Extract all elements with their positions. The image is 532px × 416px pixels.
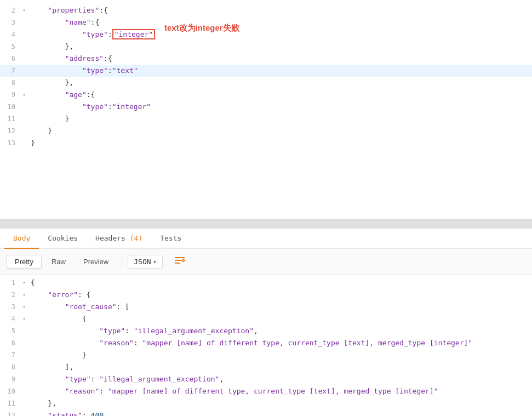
json-dropdown[interactable]: JSON ▾ <box>128 255 162 269</box>
code-line-11: 11 } <box>0 113 532 125</box>
code-content-10: "type":"integer" <box>28 101 532 113</box>
response-line-7: 7 } <box>0 349 532 361</box>
tabs-bar: Body Cookies Headers (4) Tests <box>0 229 532 249</box>
fold-2[interactable]: ▾ <box>20 4 28 16</box>
tab-cookies[interactable]: Cookies <box>39 229 87 249</box>
r-fold-1[interactable]: ▾ <box>20 277 28 289</box>
r-content-3: "root_cause": [ <box>28 301 532 313</box>
line-num-11: 11 <box>0 113 20 125</box>
r-content-9: "type": "illegal_argument_exception", <box>28 373 532 385</box>
code-content-4: "type":"integer" <box>28 29 532 41</box>
r-content-8: ], <box>28 361 532 373</box>
code-content-8: }, <box>28 77 532 89</box>
response-line-3: 3 ▾ "root_cause": [ <box>0 301 532 313</box>
r-fold-4[interactable]: ▾ <box>20 313 28 325</box>
fold-9[interactable]: ▾ <box>20 89 28 101</box>
code-line-3: 3 "name":{ <box>0 16 532 29</box>
code-content-9: "age":{ <box>28 89 532 101</box>
r-line-num-11: 11 <box>0 397 20 409</box>
code-line-10: 10 "type":"integer" <box>0 101 532 113</box>
line-num-12: 12 <box>0 125 20 137</box>
panel-separator <box>0 221 532 229</box>
r-content-2: "error": { <box>28 289 532 301</box>
r-line-num-4: 4 <box>0 313 20 325</box>
code-editor: 2 ▾ "properties":{ 3 "name":{ 4 "type":"… <box>0 0 532 219</box>
format-bar: Pretty Raw Preview JSON ▾ <box>0 249 532 275</box>
r-line-num-7: 7 <box>0 349 20 361</box>
response-line-11: 11 }, <box>0 397 532 409</box>
json-label: JSON <box>134 258 151 266</box>
code-content-11: } <box>28 113 532 125</box>
line-num-6: 6 <box>0 53 20 65</box>
bottom-panel: Body Cookies Headers (4) Tests Pretty Ra… <box>0 229 532 416</box>
code-content-7: "type":"text" <box>28 65 532 77</box>
format-preview-button[interactable]: Preview <box>76 255 116 268</box>
r-content-10: "reason": "mapper [name] of different ty… <box>28 385 532 397</box>
response-line-5: 5 "type": "illegal_argument_exception", <box>0 325 532 337</box>
r-fold-3[interactable]: ▾ <box>20 301 28 313</box>
response-line-1: 1 ▾ { <box>0 277 532 289</box>
response-line-10: 10 "reason": "mapper [name] of different… <box>0 385 532 397</box>
code-line-7: 7 "type":"text" <box>0 65 532 77</box>
r-line-num-3: 3 <box>0 301 20 313</box>
response-line-2: 2 ▾ "error": { <box>0 289 532 301</box>
r-content-11: }, <box>28 397 532 409</box>
code-line-8: 8 }, <box>0 77 532 89</box>
line-num-10: 10 <box>0 101 20 113</box>
code-line-4: 4 "type":"integer" <box>0 29 532 41</box>
r-line-num-2: 2 <box>0 289 20 301</box>
code-content-3: "name":{ <box>28 16 532 29</box>
r-line-num-6: 6 <box>0 337 20 349</box>
response-line-12: 12 "status": 400 <box>0 409 532 416</box>
line-num-4: 4 <box>0 29 20 41</box>
line-num-2: 2 <box>0 4 20 16</box>
r-content-7: } <box>28 349 532 361</box>
r-content-6: "reason": "mapper [name] of different ty… <box>28 337 532 349</box>
r-line-num-9: 9 <box>0 373 20 385</box>
chevron-down-icon: ▾ <box>153 259 157 265</box>
response-line-4: 4 ▾ { <box>0 313 532 325</box>
r-content-12: "status": 400 <box>28 409 532 416</box>
r-line-num-8: 8 <box>0 361 20 373</box>
tab-headers[interactable]: Headers (4) <box>87 229 151 249</box>
line-num-9: 9 <box>0 89 20 101</box>
line-num-13: 13 <box>0 137 20 149</box>
code-line-13: 13 } <box>0 137 532 149</box>
headers-badge: (4) <box>130 234 142 242</box>
code-content-13: } <box>28 137 532 149</box>
top-panel: 2 ▾ "properties":{ 3 "name":{ 4 "type":"… <box>0 0 532 221</box>
r-fold-2[interactable]: ▾ <box>20 289 28 301</box>
code-line-5: 5 }, <box>0 41 532 53</box>
format-pretty-button[interactable]: Pretty <box>7 255 42 269</box>
tab-body[interactable]: Body <box>4 229 39 249</box>
wrap-button[interactable] <box>169 253 190 270</box>
code-content-6: "address":{ <box>28 53 532 65</box>
response-code-area: 1 ▾ { 2 ▾ "error": { 3 ▾ "root_cause": [… <box>0 275 532 416</box>
format-raw-button[interactable]: Raw <box>44 255 73 268</box>
line-num-7: 7 <box>0 65 20 77</box>
response-line-9: 9 "type": "illegal_argument_exception", <box>0 373 532 385</box>
r-line-num-5: 5 <box>0 325 20 337</box>
r-line-num-1: 1 <box>0 277 20 289</box>
r-line-num-10: 10 <box>0 385 20 397</box>
r-line-num-12: 12 <box>0 409 20 416</box>
code-line-12: 12 } <box>0 125 532 137</box>
code-line-2: 2 ▾ "properties":{ <box>0 4 532 16</box>
response-line-6: 6 "reason": "mapper [name] of different … <box>0 337 532 349</box>
line-num-3: 3 <box>0 16 20 29</box>
code-content-12: } <box>28 125 532 137</box>
response-line-8: 8 ], <box>0 361 532 373</box>
r-content-5: "type": "illegal_argument_exception", <box>28 325 532 337</box>
line-num-5: 5 <box>0 41 20 53</box>
code-line-9: 9 ▾ "age":{ <box>0 89 532 101</box>
code-content-2: "properties":{ <box>28 4 532 16</box>
code-line-6: 6 "address":{ <box>0 53 532 65</box>
annotation-text: text改为integer失败 <box>164 23 239 33</box>
r-content-1: { <box>28 277 532 289</box>
tab-tests[interactable]: Tests <box>151 229 190 249</box>
r-content-4: { <box>28 313 532 325</box>
line-num-8: 8 <box>0 77 20 89</box>
code-content-5: }, <box>28 41 532 53</box>
